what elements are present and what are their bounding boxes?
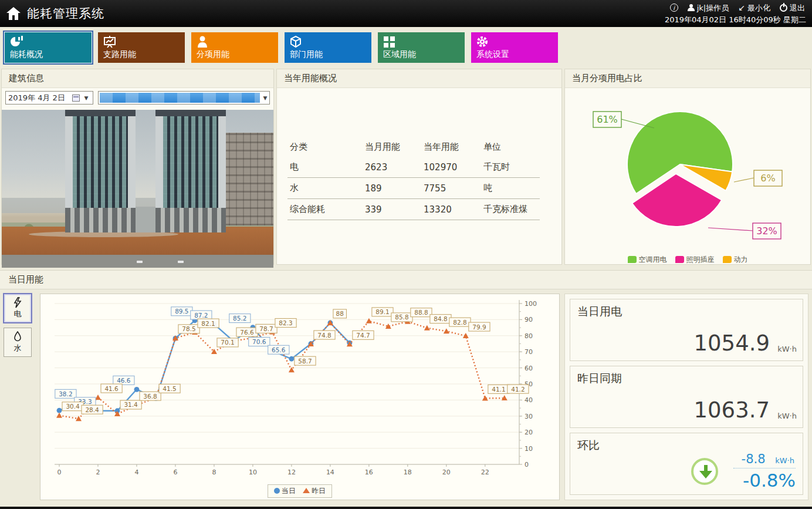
photo-construction-building <box>222 133 273 225</box>
daily-stats-panel: 当日用电 1054.9 kW·h 昨日同期 1063.7 kW·h 环比 -8.… <box>564 294 808 500</box>
svg-text:100: 100 <box>525 300 537 308</box>
svg-text:70.1: 70.1 <box>221 339 234 346</box>
building-select-arrow-icon: ▼ <box>261 95 269 101</box>
nav-button-2[interactable]: 支路用能 <box>98 32 185 63</box>
nav-button-3[interactable]: 分项用能 <box>191 32 278 63</box>
svg-text:90: 90 <box>525 316 533 323</box>
svg-text:10: 10 <box>525 445 533 453</box>
svg-text:70.6: 70.6 <box>252 338 266 345</box>
svg-text:32%: 32% <box>756 225 777 237</box>
svg-text:40: 40 <box>525 396 533 404</box>
info-icon: i <box>670 4 678 12</box>
nav-button-label: 支路用能 <box>103 49 136 60</box>
presentation-chart-icon <box>103 36 116 48</box>
table-cell: 水 <box>287 178 363 199</box>
svg-text:87.2: 87.2 <box>194 312 208 319</box>
svg-text:89.5: 89.5 <box>175 308 188 315</box>
svg-text:65.6: 65.6 <box>272 346 286 353</box>
photo-tower-right <box>155 116 226 232</box>
user-name: jk|操作员 <box>697 2 729 14</box>
table-column-header: 当年用能 <box>421 137 481 157</box>
nav-button-label: 分项用能 <box>197 49 229 60</box>
grid-icon <box>383 36 396 48</box>
nav-button-4[interactable]: 部门用能 <box>285 32 371 63</box>
building-info-panel: 建筑信息 2019年 4月 2日 ▼ ▼ <box>1 69 274 265</box>
building-photo <box>2 110 273 268</box>
svg-text:0: 0 <box>57 468 62 476</box>
svg-text:10: 10 <box>249 468 257 476</box>
svg-text:30: 30 <box>525 413 533 420</box>
cube-icon <box>290 36 303 48</box>
building-select[interactable]: ▼ <box>98 91 270 105</box>
lightning-icon <box>13 297 22 308</box>
table-cell: 千克标准煤 <box>481 199 540 220</box>
ratio-label: 环比 <box>577 438 796 453</box>
nav-button-1[interactable]: 能耗概况 <box>5 32 92 63</box>
ratio-delta: -8.8 kW·h <box>733 452 796 468</box>
nav-button-label: 能耗概况 <box>10 49 43 60</box>
date-picker[interactable]: 2019年 4月 2日 ▼ <box>5 91 93 105</box>
svg-text:30.4: 30.4 <box>66 403 80 410</box>
svg-text:41.1: 41.1 <box>492 386 505 393</box>
svg-text:85.8: 85.8 <box>395 314 408 321</box>
line-chart: 0102030405060708090100024681012141618202… <box>40 294 559 486</box>
trend-down-icon <box>691 458 718 485</box>
table-row: 水1897755吨 <box>287 178 540 199</box>
svg-text:74.8: 74.8 <box>317 332 331 339</box>
fuel-tab-label: 电 <box>14 309 22 319</box>
person-icon <box>197 36 209 48</box>
today-usage-value: 1054.9 <box>694 331 770 356</box>
svg-text:89.1: 89.1 <box>375 308 389 315</box>
fuel-tab-1[interactable]: 电 <box>4 294 32 323</box>
nav-button-6[interactable]: 系统设置 <box>471 32 558 63</box>
minimize-button[interactable]: ↙ 最小化 <box>738 2 770 14</box>
nav-button-label: 区域用能 <box>383 49 416 60</box>
svg-text:85.2: 85.2 <box>233 315 246 322</box>
svg-text:2: 2 <box>96 468 100 476</box>
app-title: 能耗管理系统 <box>27 5 104 22</box>
svg-text:74.7: 74.7 <box>356 332 370 339</box>
table-cell: 339 <box>363 199 421 220</box>
logout-label: 退出 <box>790 2 805 14</box>
home-icon <box>6 6 21 21</box>
svg-text:80: 80 <box>525 332 533 340</box>
daily-section-title: 当日用能 <box>0 270 812 289</box>
svg-text:12: 12 <box>287 468 296 476</box>
pie-chart: 61%32%6% <box>565 88 810 248</box>
svg-text:0: 0 <box>525 461 529 468</box>
fuel-tab-2[interactable]: 水 <box>4 328 32 357</box>
svg-text:4: 4 <box>134 468 138 476</box>
svg-text:8: 8 <box>212 468 216 476</box>
photo-tower-left <box>65 116 136 232</box>
pie-bars-icon <box>10 36 23 48</box>
svg-text:36.8: 36.8 <box>143 393 157 400</box>
info-button[interactable]: i <box>670 4 678 12</box>
pie-legend: 空调用电照明插座动力 <box>565 255 810 265</box>
today-usage-card: 当日用电 1054.9 kW·h <box>570 299 803 361</box>
table-cell: 13320 <box>421 199 481 220</box>
pie-legend-item: 动力 <box>723 255 748 265</box>
nav-button-5[interactable]: 区域用能 <box>378 32 465 63</box>
table-cell: 102970 <box>421 157 481 178</box>
yesterday-marker-icon <box>303 488 310 493</box>
nav-button-label: 系统设置 <box>476 49 509 60</box>
svg-text:88.8: 88.8 <box>414 309 428 316</box>
table-column-header: 分类 <box>287 137 363 157</box>
svg-text:6: 6 <box>173 468 177 476</box>
svg-text:14: 14 <box>326 468 334 476</box>
logout-button[interactable]: 退出 <box>780 2 805 14</box>
legend-swatch <box>675 256 684 263</box>
ratio-percent: -0.8% <box>733 470 796 491</box>
photo-car <box>178 261 184 263</box>
svg-text:46.6: 46.6 <box>117 377 131 384</box>
building-panel-title: 建筑信息 <box>2 69 273 88</box>
pie-legend-item: 空调用电 <box>628 255 667 265</box>
ratio-delta-unit: kW·h <box>775 456 794 465</box>
yesterday-usage-card: 昨日同期 1063.7 kW·h <box>570 366 803 428</box>
ratio-card: 环比 -8.8 kW·h -0.8% <box>570 433 803 495</box>
svg-text:82.1: 82.1 <box>201 320 215 327</box>
table-cell: 吨 <box>481 178 540 199</box>
svg-text:41.2: 41.2 <box>511 386 525 393</box>
fuel-tab-label: 水 <box>14 343 22 353</box>
user-button[interactable]: jk|操作员 <box>688 2 729 14</box>
